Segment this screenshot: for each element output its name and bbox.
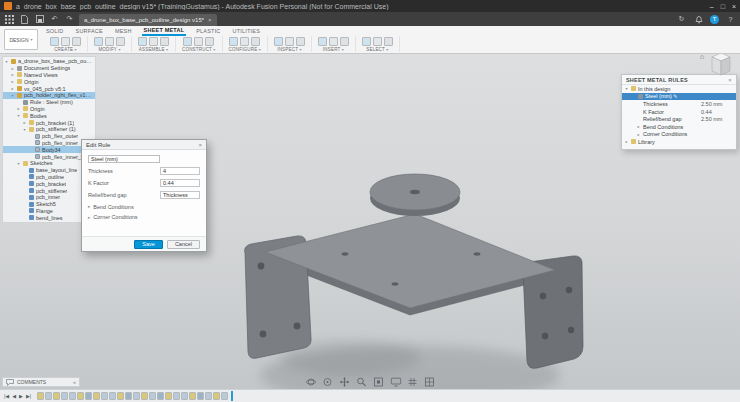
file-menu-icon[interactable] <box>19 14 30 25</box>
rules-tree-row[interactable]: ▸ Corner Conditions <box>622 131 736 139</box>
toolbar-group[interactable]: CONFIGURE <box>223 36 268 52</box>
tool-icon[interactable] <box>384 37 393 46</box>
toolbar-group[interactable]: CONSTRUCT <box>176 36 223 52</box>
expand-arrow-icon[interactable]: ▸ <box>636 132 641 137</box>
ribbon-tab[interactable]: PLASTIC <box>194 27 222 35</box>
browser-item[interactable]: Rule : Steel (mm) <box>3 99 95 106</box>
dialog-section-expander[interactable]: ▸ Bend Conditions <box>88 204 200 210</box>
tool-icon[interactable] <box>138 37 147 46</box>
rules-tree-row[interactable]: ▾ In this design <box>622 85 736 93</box>
browser-item[interactable]: ▸ Named Views <box>3 72 95 79</box>
maximize-button[interactable]: □ <box>721 3 725 10</box>
timeline-feature-icon[interactable] <box>85 392 92 400</box>
timeline-feature-icon[interactable] <box>37 392 44 400</box>
comments-bar[interactable]: COMMENTS « <box>2 377 80 387</box>
expand-arrow-icon[interactable]: ▾ <box>10 93 15 98</box>
tool-icon[interactable] <box>61 37 70 46</box>
toolbar-group-label[interactable]: SELECT <box>366 47 388 52</box>
dialog-section-expander[interactable]: ▸ Corner Conditions <box>88 214 200 220</box>
expand-arrow-icon[interactable]: ▾ <box>624 86 629 91</box>
dialog-titlebar[interactable]: Edit Rule × <box>82 140 206 150</box>
job-status-icon[interactable]: ↻ <box>676 14 687 25</box>
tool-icon[interactable] <box>229 37 238 46</box>
tool-icon[interactable] <box>251 37 260 46</box>
ribbon-tab[interactable]: SOLID <box>44 27 66 35</box>
toolbar-group[interactable]: MODIFY <box>88 36 132 52</box>
browser-item[interactable]: ▾ pcb_holder_right_flex_v15:1 <box>3 92 95 99</box>
tool-icon[interactable] <box>274 37 283 46</box>
timeline-feature-icon[interactable] <box>53 392 60 400</box>
grid-settings-icon[interactable] <box>407 377 419 387</box>
expand-arrow-icon[interactable]: ▸ <box>10 86 15 91</box>
timeline-feature-icon[interactable] <box>149 392 156 400</box>
rules-tree-row[interactable]: Relief/bend gap 2.50 mm <box>622 115 736 123</box>
tool-icon[interactable] <box>340 37 349 46</box>
timeline-feature-icon[interactable] <box>141 392 148 400</box>
tool-icon[interactable] <box>105 37 114 46</box>
expand-arrow-icon[interactable]: ▾ <box>22 127 27 132</box>
viewports-icon[interactable] <box>424 377 436 387</box>
expand-arrow-icon[interactable]: ▸ <box>636 124 641 129</box>
pan-icon[interactable] <box>339 377 351 387</box>
notification-bell-icon[interactable] <box>693 14 704 25</box>
toolbar-group[interactable]: INSERT <box>312 36 356 52</box>
toolbar-group-label[interactable]: INSPECT <box>277 47 301 52</box>
browser-item[interactable]: ▾ Bodies <box>3 112 95 119</box>
cancel-button[interactable]: Cancel <box>167 240 200 249</box>
toolbar-group-label[interactable]: CONSTRUCT <box>182 47 216 52</box>
expand-arrow-icon[interactable]: ▸ <box>22 120 27 125</box>
tab-close-icon[interactable]: × <box>208 17 212 23</box>
timeline-feature-icon[interactable] <box>117 392 124 400</box>
expand-arrow-icon[interactable]: ▾ <box>4 59 9 64</box>
rule-name-input[interactable]: Steel (mm) <box>88 155 160 163</box>
field-input[interactable]: 4 <box>160 167 200 175</box>
toolbar-group[interactable]: SELECT <box>356 36 400 52</box>
timeline-feature-icon[interactable] <box>125 392 132 400</box>
timeline-feature-icon[interactable] <box>189 392 196 400</box>
expand-arrow-icon[interactable]: ▾ <box>16 113 21 118</box>
timeline-feature-icon[interactable] <box>213 392 220 400</box>
timeline-feature-icon[interactable] <box>173 392 180 400</box>
toolbar-group-label[interactable]: CREATE <box>54 47 77 52</box>
expand-arrow-icon[interactable]: ▸ <box>10 79 15 84</box>
browser-item[interactable]: ▸ vx_045_pcb v5:1 <box>3 85 95 92</box>
ribbon-tab[interactable]: SHEET METAL <box>142 26 187 36</box>
browser-item[interactable]: ▾ a_drone_box_base_pcb_outline_des... <box>3 58 95 65</box>
tool-icon[interactable] <box>50 37 59 46</box>
tool-icon[interactable] <box>72 37 81 46</box>
timeline-feature-icon[interactable] <box>133 392 140 400</box>
display-settings-icon[interactable] <box>390 377 402 387</box>
timeline-feature-icon[interactable] <box>165 392 172 400</box>
tool-icon[interactable] <box>329 37 338 46</box>
help-icon[interactable]: ? <box>725 14 736 25</box>
timeline-go-to-start-button[interactable]: |◀ <box>4 393 9 399</box>
expand-arrow-icon[interactable]: ▸ <box>88 215 90 220</box>
close-button[interactable]: × <box>732 3 736 10</box>
tool-icon[interactable] <box>318 37 327 46</box>
tool-icon[interactable] <box>194 37 203 46</box>
tool-icon[interactable] <box>116 37 125 46</box>
tool-icon[interactable] <box>285 37 294 46</box>
ribbon-tab[interactable]: MESH <box>113 27 134 35</box>
timeline-play-button[interactable]: ▶ <box>19 393 23 399</box>
toolbar-group-label[interactable]: CONFIGURE <box>229 47 261 52</box>
redo-icon[interactable]: ↷ <box>64 14 75 25</box>
fit-icon[interactable] <box>373 377 385 387</box>
user-avatar[interactable]: T <box>710 15 719 24</box>
expand-arrow-icon[interactable]: ▸ <box>88 204 90 209</box>
field-input[interactable]: 0.44 <box>160 179 200 187</box>
dialog-close-icon[interactable]: × <box>198 142 202 148</box>
expand-arrow-icon[interactable]: ▸ <box>16 106 21 111</box>
field-input[interactable]: Thickness <box>160 191 200 199</box>
rules-tree-row[interactable]: Steel (mm) <box>622 93 736 101</box>
ribbon-tab[interactable]: UTILITIES <box>231 27 262 35</box>
timeline-feature-icon[interactable] <box>205 392 212 400</box>
timeline-feature-icon[interactable] <box>45 392 52 400</box>
3d-viewport[interactable]: ▾ a_drone_box_base_pcb_outline_des... ▸ … <box>0 54 740 389</box>
timeline-go-to-end-button[interactable]: ▶| <box>26 393 31 399</box>
tool-icon[interactable] <box>240 37 249 46</box>
timeline-feature-icon[interactable] <box>181 392 188 400</box>
save-icon[interactable] <box>34 14 45 25</box>
data-panel-toggle[interactable] <box>4 14 15 25</box>
timeline-feature-icon[interactable] <box>221 392 228 400</box>
